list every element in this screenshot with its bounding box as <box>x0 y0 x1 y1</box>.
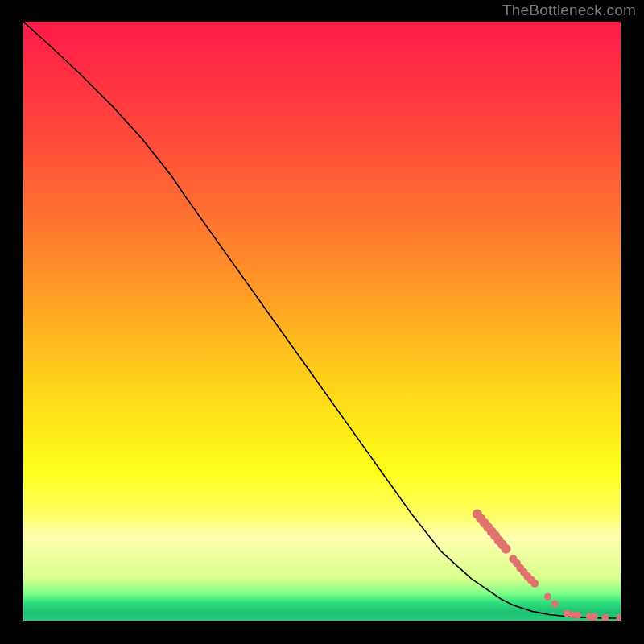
attribution-text: TheBottleneck.com <box>502 2 636 19</box>
marker-point <box>551 601 559 608</box>
marker-point <box>591 613 598 621</box>
marker-point <box>564 610 571 617</box>
marker-point <box>601 613 609 621</box>
marker-point <box>544 593 551 601</box>
plot-area <box>23 22 621 621</box>
gradient-background <box>23 22 621 621</box>
marker-point <box>574 612 581 619</box>
chart-svg <box>23 22 621 621</box>
chart-frame: TheBottleneck.com <box>0 0 644 644</box>
marker-point <box>530 580 539 588</box>
marker-point <box>502 544 511 554</box>
